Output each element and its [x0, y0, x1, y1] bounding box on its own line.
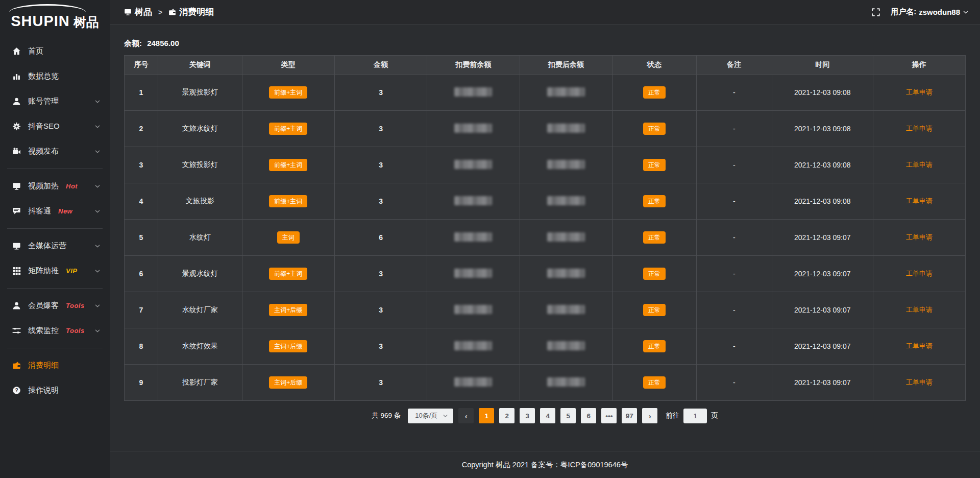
sidebar-item-2[interactable]: 账号管理: [0, 89, 110, 114]
sidebar-item-0[interactable]: 首页: [0, 39, 110, 64]
remark-cell: -: [696, 365, 772, 401]
masked-balance-cell: [520, 365, 612, 401]
sidebar-item-10[interactable]: 线索监控Tools: [0, 318, 110, 343]
keyword-cell: 景观投影灯: [158, 75, 242, 111]
status-cell: 正常: [612, 365, 696, 401]
member-icon: [12, 301, 21, 310]
sidebar-item-11[interactable]: 消费明细: [0, 353, 110, 378]
sidebar-item-8[interactable]: 矩阵助推VIP: [0, 258, 110, 283]
chevron-down-icon: [94, 243, 101, 249]
blurred-value: [454, 341, 492, 350]
breadcrumb: 树品 > 消费明细: [124, 6, 214, 18]
action-cell: 工单申请: [873, 147, 965, 183]
keyword-cell: 水纹灯: [158, 220, 242, 256]
sidebar-item-badge: VIP: [66, 267, 77, 275]
type-badge: 主词+后缀: [269, 376, 307, 389]
work-order-link[interactable]: 工单申请: [906, 197, 933, 205]
page-button-2[interactable]: 2: [499, 408, 514, 423]
user-menu[interactable]: 用户名: zswodun88: [891, 7, 969, 17]
chat-icon: [12, 207, 21, 216]
sidebar-item-label: 操作说明: [28, 386, 59, 395]
page-button-5[interactable]: 5: [560, 408, 576, 423]
action-cell: 工单申请: [873, 256, 965, 292]
work-order-link[interactable]: 工单申请: [906, 270, 933, 277]
type-badge: 主词: [277, 231, 300, 244]
amount-cell: 3: [334, 328, 427, 365]
page-button-6[interactable]: 6: [581, 408, 596, 423]
breadcrumb-root-label: 树品: [135, 6, 152, 18]
blurred-value: [454, 160, 492, 169]
work-order-link[interactable]: 工单申请: [906, 125, 933, 132]
blurred-value: [454, 377, 492, 387]
screen-icon: [12, 182, 21, 190]
sidebar-item-label: 账号管理: [28, 97, 59, 106]
type-cell: 主词: [242, 220, 334, 256]
page-button-97[interactable]: 97: [622, 408, 637, 423]
status-badge: 正常: [643, 159, 666, 171]
keyword-cell: 景观水纹灯: [158, 256, 242, 292]
blurred-value: [547, 305, 585, 314]
page-button-4[interactable]: 4: [540, 408, 555, 423]
chevron-down-icon: [963, 9, 969, 15]
next-page-button[interactable]: ›: [642, 408, 657, 423]
sidebar-item-4[interactable]: 视频发布: [0, 139, 110, 164]
sidebar-item-5[interactable]: 视频加热Hot: [0, 174, 110, 199]
amount-cell: 3: [334, 292, 427, 328]
balance-value: 24856.00: [147, 39, 179, 47]
work-order-link[interactable]: 工单申请: [906, 88, 933, 96]
sidebar-item-1[interactable]: 数据总览: [0, 64, 110, 89]
chevron-down-icon: [94, 328, 101, 334]
work-order-link[interactable]: 工单申请: [906, 342, 933, 350]
table-row: 7水纹灯厂家主词+后缀3正常-2021-12-03 09:07工单申请: [125, 292, 966, 328]
status-cell: 正常: [612, 328, 696, 365]
amount-cell: 3: [334, 75, 427, 111]
fullscreen-icon[interactable]: [871, 8, 880, 17]
table-row: 8水纹灯效果主词+后缀3正常-2021-12-03 09:07工单申请: [125, 328, 966, 365]
time-cell: 2021-12-03 09:07: [772, 328, 873, 365]
column-header: 类型: [242, 56, 334, 75]
page-button-3[interactable]: 3: [520, 408, 535, 423]
goto-page-input[interactable]: [683, 409, 707, 423]
type-badge: 前缀+主词: [269, 159, 307, 171]
index-cell: 1: [125, 75, 158, 111]
work-order-link[interactable]: 工单申请: [906, 306, 933, 314]
remark-cell: -: [696, 111, 772, 147]
work-order-link[interactable]: 工单申请: [906, 233, 933, 241]
masked-balance-cell: [427, 111, 520, 147]
sidebar-item-12[interactable]: ?操作说明: [0, 378, 110, 403]
table-header-row: 序号关键词类型金额扣费前余额扣费后余额状态备注时间操作: [125, 56, 966, 75]
masked-balance-cell: [520, 183, 612, 220]
main-column: 树品 > 消费明细 用户名: zswodun88 余额: 24: [110, 0, 980, 478]
prev-page-button[interactable]: ‹: [458, 408, 474, 423]
goto-page: 前往 页: [666, 409, 718, 423]
app-window: SHUPIN 树品 首页数据总览账号管理抖音SEO视频发布视频加热Hot抖客通N…: [0, 0, 980, 478]
sidebar-item-9[interactable]: 会员爆客Tools: [0, 293, 110, 318]
action-cell: 工单申请: [873, 328, 965, 365]
page-size-dropdown[interactable]: 10条/页: [408, 409, 453, 423]
sidebar-menu: 首页数据总览账号管理抖音SEO视频发布视频加热Hot抖客通New全媒体运营矩阵助…: [0, 39, 110, 403]
column-header: 备注: [696, 56, 772, 75]
index-cell: 9: [125, 365, 158, 401]
table-row: 6景观水纹灯前缀+主词3正常-2021-12-03 09:07工单申请: [125, 256, 966, 292]
sidebar-item-7[interactable]: 全媒体运营: [0, 233, 110, 258]
more-pages-button[interactable]: •••: [601, 408, 617, 423]
page-button-1[interactable]: 1: [479, 408, 494, 423]
index-cell: 8: [125, 328, 158, 365]
masked-balance-cell: [520, 292, 612, 328]
action-cell: 工单申请: [873, 75, 965, 111]
sidebar-item-3[interactable]: 抖音SEO: [0, 114, 110, 139]
table-row: 5水纹灯主词6正常-2021-12-03 09:07工单申请: [125, 220, 966, 256]
action-cell: 工单申请: [873, 292, 965, 328]
breadcrumb-item-root[interactable]: 树品: [124, 6, 152, 18]
work-order-link[interactable]: 工单申请: [906, 161, 933, 169]
amount-cell: 3: [334, 147, 427, 183]
column-header: 状态: [612, 56, 696, 75]
work-order-link[interactable]: 工单申请: [906, 378, 933, 386]
status-badge: 正常: [643, 86, 666, 99]
user-area: 用户名: zswodun88: [871, 7, 969, 17]
sidebar-item-label: 视频加热: [28, 181, 59, 191]
svg-text:?: ?: [15, 388, 18, 393]
sidebar-item-6[interactable]: 抖客通New: [0, 199, 110, 224]
status-badge: 正常: [643, 268, 666, 280]
amount-cell: 3: [334, 365, 427, 401]
